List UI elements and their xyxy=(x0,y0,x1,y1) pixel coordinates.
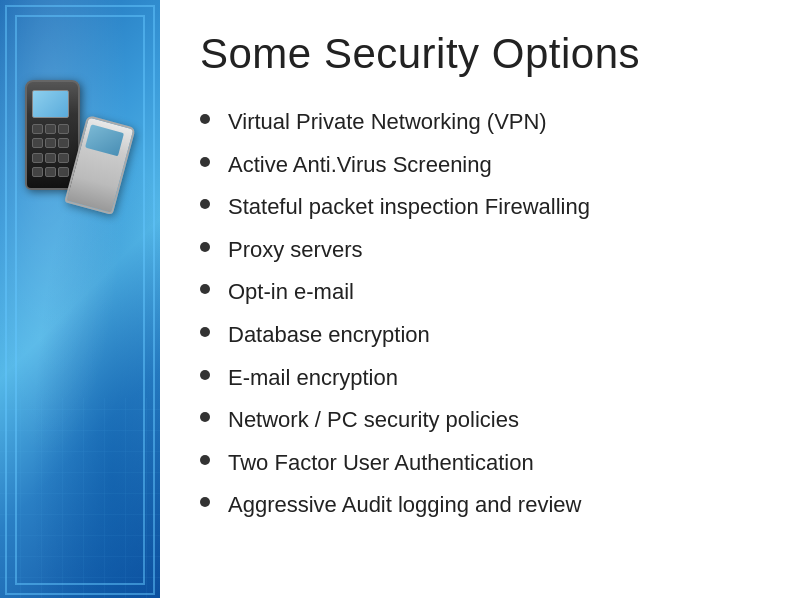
bullet-item: Active Anti.Virus Screening xyxy=(200,151,749,180)
bullet-list: Virtual Private Networking (VPN)Active A… xyxy=(200,108,749,568)
bullet-text: Active Anti.Virus Screening xyxy=(228,151,492,180)
bullet-dot xyxy=(200,455,210,465)
slide-content: Some Security Options Virtual Private Ne… xyxy=(160,0,799,598)
slide-title: Some Security Options xyxy=(200,30,749,78)
bullet-dot xyxy=(200,284,210,294)
phone-screen-2 xyxy=(85,124,124,156)
bullet-item: Network / PC security policies xyxy=(200,406,749,435)
tech-pattern xyxy=(0,398,160,598)
bullet-text: Aggressive Audit logging and review xyxy=(228,491,581,520)
bullet-item: Two Factor User Authentication xyxy=(200,449,749,478)
bullet-item: Aggressive Audit logging and review xyxy=(200,491,749,520)
bullet-text: Opt-in e-mail xyxy=(228,278,354,307)
bullet-dot xyxy=(200,497,210,507)
bullet-item: Proxy servers xyxy=(200,236,749,265)
bullet-item: Stateful packet inspection Firewalling xyxy=(200,193,749,222)
left-panel xyxy=(0,0,160,598)
bullet-dot xyxy=(200,114,210,124)
bullet-dot xyxy=(200,157,210,167)
phone-keypad-1 xyxy=(32,124,69,179)
bullet-text: E-mail encryption xyxy=(228,364,398,393)
bullet-item: Virtual Private Networking (VPN) xyxy=(200,108,749,137)
bullet-text: Virtual Private Networking (VPN) xyxy=(228,108,547,137)
bullet-text: Two Factor User Authentication xyxy=(228,449,534,478)
bullet-item: Database encryption xyxy=(200,321,749,350)
bullet-text: Stateful packet inspection Firewalling xyxy=(228,193,590,222)
phone-screen-1 xyxy=(32,90,69,118)
bullet-dot xyxy=(200,412,210,422)
slide: Some Security Options Virtual Private Ne… xyxy=(0,0,799,598)
bullet-text: Proxy servers xyxy=(228,236,362,265)
bullet-item: E-mail encryption xyxy=(200,364,749,393)
bullet-text: Database encryption xyxy=(228,321,430,350)
bullet-text: Network / PC security policies xyxy=(228,406,519,435)
bullet-item: Opt-in e-mail xyxy=(200,278,749,307)
bullet-dot xyxy=(200,242,210,252)
bullet-dot xyxy=(200,327,210,337)
bullet-dot xyxy=(200,370,210,380)
bullet-dot xyxy=(200,199,210,209)
